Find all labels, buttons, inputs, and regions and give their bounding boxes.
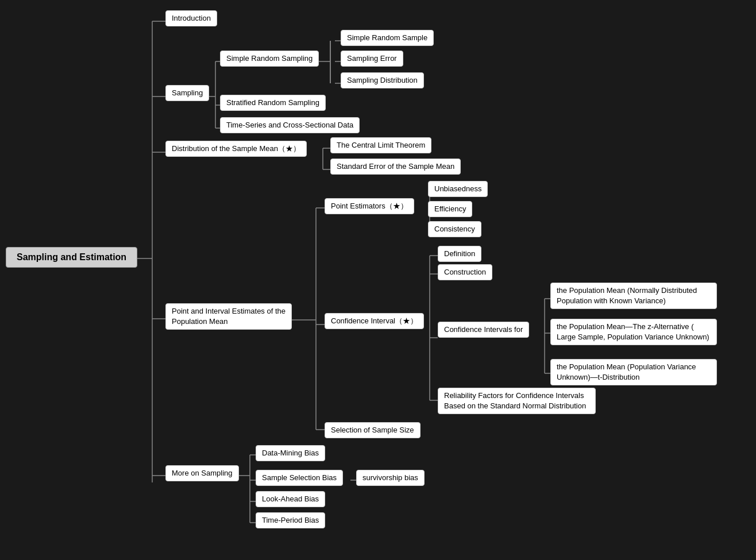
node-definition[interactable]: Definition	[438, 246, 481, 262]
node-sampling-error[interactable]: Sampling Error	[341, 51, 403, 67]
node-timeseries[interactable]: Time-Series and Cross-Sectional Data	[220, 117, 360, 133]
node-strat[interactable]: Stratified Random Sampling	[220, 95, 326, 111]
node-more-sampling[interactable]: More on Sampling	[165, 465, 239, 481]
node-selection-size[interactable]: Selection of Sample Size	[325, 422, 421, 438]
node-construction[interactable]: Construction	[438, 264, 492, 280]
node-ci3[interactable]: the Population Mean (Population Variance…	[550, 359, 717, 385]
node-std-error[interactable]: Standard Error of the Sample Mean	[330, 159, 461, 175]
node-point-interval[interactable]: Point and Interval Estimates of the Popu…	[165, 303, 292, 330]
node-reliability[interactable]: Reliability Factors for Confidence Inter…	[438, 388, 596, 414]
node-introduction[interactable]: Introduction	[165, 10, 217, 26]
node-srs[interactable]: Simple Random Sampling	[220, 51, 319, 67]
node-confidence-interval[interactable]: Confidence Interval（★）	[325, 313, 424, 329]
node-timeperiod[interactable]: Time-Period Bias	[256, 512, 325, 528]
node-consistency[interactable]: Consistency	[428, 221, 481, 237]
node-point-estimators[interactable]: Point Estimators（★）	[325, 198, 414, 214]
node-ci1[interactable]: the Population Mean (Normally Distribute…	[550, 283, 717, 309]
node-simple-random-sample[interactable]: Simple Random Sample	[341, 30, 434, 46]
node-survivorship[interactable]: survivorship bias	[356, 470, 425, 486]
node-datamining[interactable]: Data-Mining Bias	[256, 445, 325, 461]
node-ci2[interactable]: the Population Mean—The z-Alternative ( …	[550, 319, 717, 345]
node-dist-sample-mean[interactable]: Distribution of the Sample Mean（★）	[165, 141, 307, 157]
node-central-limit[interactable]: The Central Limit Theorem	[330, 137, 431, 153]
node-sample-sel[interactable]: Sample Selection Bias	[256, 470, 343, 486]
node-sampling-distribution[interactable]: Sampling Distribution	[341, 72, 424, 88]
node-efficiency[interactable]: Efficiency	[428, 201, 472, 217]
node-ci-for[interactable]: Confidence Intervals for	[438, 322, 529, 338]
node-unbiasedness[interactable]: Unbiasedness	[428, 181, 488, 197]
mind-map: Sampling and Estimation Introduction Sam…	[0, 0, 756, 560]
root-node: Sampling and Estimation	[6, 247, 137, 268]
node-lookahead[interactable]: Look-Ahead Bias	[256, 491, 325, 507]
node-sampling[interactable]: Sampling	[165, 85, 209, 101]
